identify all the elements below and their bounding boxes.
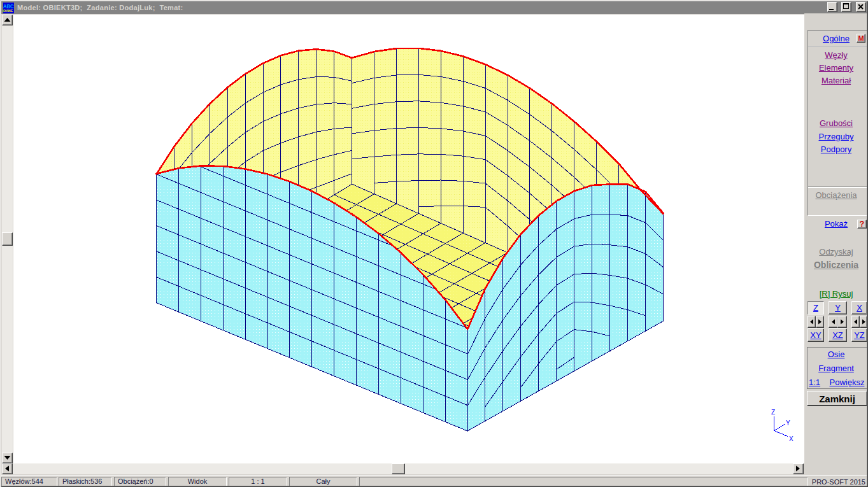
svg-text:Y: Y — [786, 420, 790, 427]
svg-text:Z: Z — [771, 409, 775, 416]
svg-text:X: X — [789, 435, 793, 442]
